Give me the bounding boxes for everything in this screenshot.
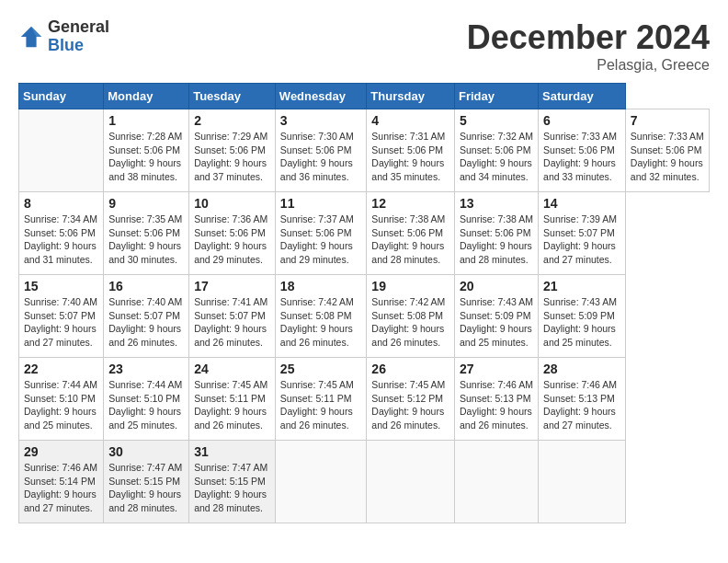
logo-text: General Blue: [48, 18, 109, 55]
day-info: Sunrise: 7:33 AMSunset: 5:06 PMDaylight:…: [543, 130, 620, 184]
day-info: Sunrise: 7:38 AMSunset: 5:06 PMDaylight:…: [371, 213, 449, 267]
calendar-day-2: 2Sunrise: 7:29 AMSunset: 5:06 PMDaylight…: [189, 109, 276, 192]
day-info: Sunrise: 7:41 AMSunset: 5:07 PMDaylight:…: [194, 295, 270, 350]
calendar-day-29: 29Sunrise: 7:46 AMSunset: 5:14 PMDayligh…: [19, 441, 104, 523]
day-number: 11: [280, 196, 362, 211]
day-info: Sunrise: 7:42 AMSunset: 5:08 PMDaylight:…: [280, 295, 362, 350]
calendar-day-18: 18Sunrise: 7:42 AMSunset: 5:08 PMDayligh…: [275, 275, 367, 358]
day-info: Sunrise: 7:39 AMSunset: 5:07 PMDaylight:…: [543, 213, 620, 267]
day-number: 21: [543, 279, 620, 293]
calendar-week-3: 15Sunrise: 7:40 AMSunset: 5:07 PMDayligh…: [19, 275, 710, 358]
day-number: 14: [543, 196, 620, 211]
day-number: 16: [108, 279, 184, 293]
day-number: 10: [194, 196, 270, 211]
day-number: 22: [24, 362, 98, 376]
day-info: Sunrise: 7:47 AMSunset: 5:15 PMDaylight:…: [194, 461, 270, 515]
calendar-table: SundayMondayTuesdayWednesdayThursdayFrid…: [18, 83, 710, 523]
calendar-day-5: 5Sunrise: 7:32 AMSunset: 5:06 PMDaylight…: [454, 109, 538, 192]
day-info: Sunrise: 7:35 AMSunset: 5:06 PMDaylight:…: [108, 213, 184, 267]
day-info: Sunrise: 7:30 AMSunset: 5:06 PMDaylight:…: [280, 130, 362, 184]
calendar-day-31: 31Sunrise: 7:47 AMSunset: 5:15 PMDayligh…: [189, 441, 276, 523]
calendar-day-19: 19Sunrise: 7:42 AMSunset: 5:08 PMDayligh…: [367, 275, 455, 358]
day-number: 5: [460, 113, 533, 128]
calendar-day-17: 17Sunrise: 7:41 AMSunset: 5:07 PMDayligh…: [189, 275, 276, 358]
day-info: Sunrise: 7:45 AMSunset: 5:11 PMDaylight:…: [194, 378, 270, 432]
day-number: 7: [631, 113, 704, 128]
column-header-wednesday: Wednesday: [275, 84, 367, 109]
column-header-tuesday: Tuesday: [189, 84, 276, 109]
calendar-week-1: 1Sunrise: 7:28 AMSunset: 5:06 PMDaylight…: [19, 109, 710, 192]
day-number: 4: [371, 113, 449, 128]
day-info: Sunrise: 7:43 AMSunset: 5:09 PMDaylight:…: [543, 295, 620, 350]
calendar-day-14: 14Sunrise: 7:39 AMSunset: 5:07 PMDayligh…: [539, 192, 626, 275]
calendar-week-2: 8Sunrise: 7:34 AMSunset: 5:06 PMDaylight…: [19, 192, 710, 275]
calendar-day-16: 16Sunrise: 7:40 AMSunset: 5:07 PMDayligh…: [104, 275, 189, 358]
empty-cell: [19, 109, 104, 192]
day-number: 20: [460, 279, 533, 293]
calendar-day-11: 11Sunrise: 7:37 AMSunset: 5:06 PMDayligh…: [275, 192, 367, 275]
calendar-day-10: 10Sunrise: 7:36 AMSunset: 5:06 PMDayligh…: [189, 192, 276, 275]
day-info: Sunrise: 7:44 AMSunset: 5:10 PMDaylight:…: [24, 378, 98, 432]
empty-cell: [539, 441, 626, 523]
calendar-day-30: 30Sunrise: 7:47 AMSunset: 5:15 PMDayligh…: [104, 441, 189, 523]
calendar-day-21: 21Sunrise: 7:43 AMSunset: 5:09 PMDayligh…: [539, 275, 626, 358]
page-header: General Blue December 2024 Pelasgia, Gre…: [18, 18, 710, 74]
day-number: 31: [194, 444, 270, 459]
day-info: Sunrise: 7:46 AMSunset: 5:13 PMDaylight:…: [460, 378, 533, 432]
day-number: 17: [194, 279, 270, 293]
calendar-day-28: 28Sunrise: 7:46 AMSunset: 5:13 PMDayligh…: [539, 358, 626, 441]
location-text: Pelasgia, Greece: [467, 57, 710, 74]
day-number: 1: [108, 113, 184, 128]
day-info: Sunrise: 7:34 AMSunset: 5:06 PMDaylight:…: [24, 213, 98, 267]
logo-blue-text: Blue: [48, 37, 109, 55]
empty-cell: [454, 441, 538, 523]
calendar-week-4: 22Sunrise: 7:44 AMSunset: 5:10 PMDayligh…: [19, 358, 710, 441]
day-number: 27: [460, 362, 533, 376]
day-number: 25: [280, 362, 362, 376]
day-number: 30: [108, 444, 184, 459]
calendar-week-5: 29Sunrise: 7:46 AMSunset: 5:14 PMDayligh…: [19, 441, 710, 523]
day-number: 28: [543, 362, 620, 376]
calendar-day-1: 1Sunrise: 7:28 AMSunset: 5:06 PMDaylight…: [104, 109, 189, 192]
day-number: 26: [371, 362, 449, 376]
day-number: 29: [24, 444, 98, 459]
logo-icon: [18, 24, 44, 50]
empty-cell: [367, 441, 455, 523]
day-info: Sunrise: 7:42 AMSunset: 5:08 PMDaylight:…: [371, 295, 449, 350]
calendar-day-3: 3Sunrise: 7:30 AMSunset: 5:06 PMDaylight…: [275, 109, 367, 192]
logo: General Blue: [18, 18, 109, 55]
calendar-day-12: 12Sunrise: 7:38 AMSunset: 5:06 PMDayligh…: [367, 192, 455, 275]
empty-cell: [275, 441, 367, 523]
day-number: 3: [280, 113, 362, 128]
day-number: 8: [24, 196, 98, 211]
calendar-day-13: 13Sunrise: 7:38 AMSunset: 5:06 PMDayligh…: [454, 192, 538, 275]
calendar-day-4: 4Sunrise: 7:31 AMSunset: 5:06 PMDaylight…: [367, 109, 455, 192]
calendar-day-8: 8Sunrise: 7:34 AMSunset: 5:06 PMDaylight…: [19, 192, 104, 275]
calendar-day-26: 26Sunrise: 7:45 AMSunset: 5:12 PMDayligh…: [367, 358, 455, 441]
title-block: December 2024 Pelasgia, Greece: [467, 18, 710, 74]
day-info: Sunrise: 7:28 AMSunset: 5:06 PMDaylight:…: [108, 130, 184, 184]
day-number: 2: [194, 113, 270, 128]
day-number: 19: [371, 279, 449, 293]
day-info: Sunrise: 7:32 AMSunset: 5:06 PMDaylight:…: [460, 130, 533, 184]
calendar-day-22: 22Sunrise: 7:44 AMSunset: 5:10 PMDayligh…: [19, 358, 104, 441]
day-number: 13: [460, 196, 533, 211]
day-info: Sunrise: 7:44 AMSunset: 5:10 PMDaylight:…: [108, 378, 184, 432]
day-info: Sunrise: 7:33 AMSunset: 5:06 PMDaylight:…: [631, 130, 704, 184]
calendar-day-7: 7Sunrise: 7:33 AMSunset: 5:06 PMDaylight…: [625, 109, 709, 192]
day-info: Sunrise: 7:43 AMSunset: 5:09 PMDaylight:…: [460, 295, 533, 350]
day-number: 24: [194, 362, 270, 376]
day-number: 9: [108, 196, 184, 211]
day-info: Sunrise: 7:40 AMSunset: 5:07 PMDaylight:…: [108, 295, 184, 350]
calendar-day-24: 24Sunrise: 7:45 AMSunset: 5:11 PMDayligh…: [189, 358, 276, 441]
day-info: Sunrise: 7:47 AMSunset: 5:15 PMDaylight:…: [108, 461, 184, 515]
calendar-day-23: 23Sunrise: 7:44 AMSunset: 5:10 PMDayligh…: [104, 358, 189, 441]
day-info: Sunrise: 7:38 AMSunset: 5:06 PMDaylight:…: [460, 213, 533, 267]
calendar-day-20: 20Sunrise: 7:43 AMSunset: 5:09 PMDayligh…: [454, 275, 538, 358]
logo-general-text: General: [48, 18, 109, 37]
day-number: 6: [543, 113, 620, 128]
day-info: Sunrise: 7:45 AMSunset: 5:11 PMDaylight:…: [280, 378, 362, 432]
calendar-day-27: 27Sunrise: 7:46 AMSunset: 5:13 PMDayligh…: [454, 358, 538, 441]
column-header-thursday: Thursday: [367, 84, 455, 109]
day-info: Sunrise: 7:45 AMSunset: 5:12 PMDaylight:…: [371, 378, 449, 432]
